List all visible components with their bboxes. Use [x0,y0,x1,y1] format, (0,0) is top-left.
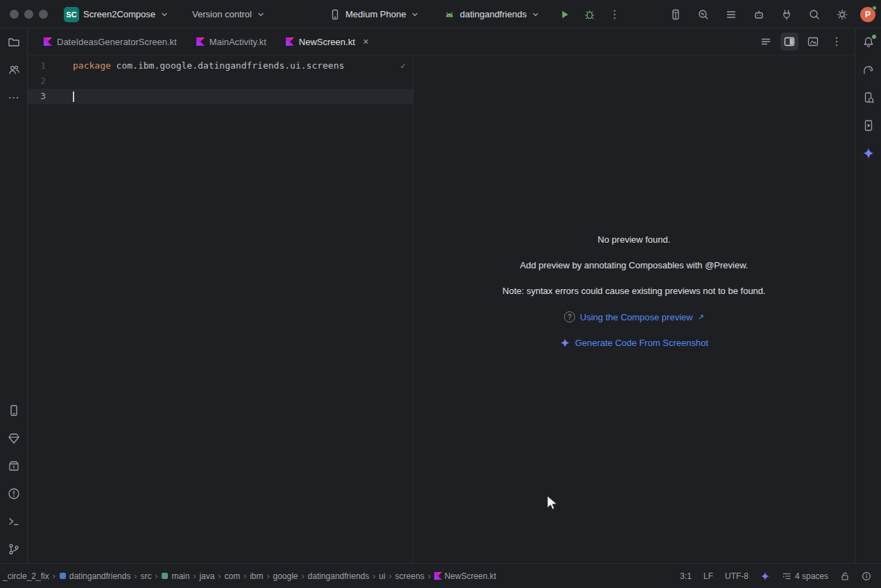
more-actions-button[interactable]: ⋮ [605,5,624,24]
breadcrumb-item[interactable]: datingandfriends [59,571,131,581]
debug-button[interactable] [580,5,599,24]
presence-dot [872,6,877,10]
tab-options-button[interactable]: ⋮ [828,33,846,51]
version-control-menu[interactable]: Version control [192,0,266,28]
alert-circle-icon [7,487,21,501]
external-link-icon: ↗ [698,313,704,322]
android-studio-window: SC Screen2Compose Version control Medium… [0,0,881,588]
code-token: com.ibm.google.datingandfriends.ui.scree… [111,60,345,71]
build-variants-tool-button[interactable] [0,424,28,452]
readonly-toggle[interactable] [840,571,850,581]
user-avatar[interactable]: P [860,7,875,22]
gradle-tool-button[interactable] [855,56,881,84]
breadcrumb-item[interactable]: google [273,571,298,581]
android-icon [443,8,456,21]
encoding-widget[interactable]: UTF-8 [725,571,749,581]
plugins-button[interactable] [777,5,796,24]
breadcrumb-item[interactable]: ibm [250,571,263,581]
build-tool-button[interactable] [0,452,28,480]
module-icon [59,572,67,580]
device-explorer-tool-button[interactable] [855,84,881,112]
gemini-status-button[interactable] [760,571,770,581]
maximize-window-button[interactable] [39,10,48,19]
cursor-position-widget[interactable]: 3:1 [680,571,692,581]
search-icon [808,8,821,21]
breadcrumb-item[interactable]: java [199,571,214,581]
code-editor[interactable]: 1 package com.ibm.google.datingandfriend… [28,55,413,563]
breadcrumb-item[interactable]: _circle_2_fix [3,571,49,581]
robot-icon [753,8,765,21]
breadcrumb-item[interactable]: src [140,571,151,581]
breadcrumb-item[interactable]: main [161,571,189,581]
gem-icon [7,431,21,445]
ai-assistant-button[interactable] [749,5,769,24]
terminal-tool-button[interactable] [0,508,28,535]
indent-widget[interactable]: 4 spaces [782,571,828,581]
minimize-window-button[interactable] [24,10,33,19]
problems-tool-button[interactable] [0,480,28,508]
more-tool-windows-button[interactable]: ⋯ [0,84,28,112]
tab-mainactivity[interactable]: MainActivity.kt [187,28,276,55]
line-separator-widget[interactable]: LF [703,571,713,581]
compose-preview-help-link[interactable]: ? Using the Compose preview ↗ [564,311,704,322]
tab-label: DateIdeasGeneratorScreen.kt [57,37,177,47]
running-devices-tool-button[interactable] [855,112,881,139]
unlock-icon [840,571,850,581]
chevron-down-icon [531,10,540,19]
gemini-tool-button[interactable] [855,139,881,167]
bug-icon [583,8,596,21]
line-number[interactable]: 2 [28,74,46,89]
titlebar-tools: P [666,0,875,28]
titlebar: SC Screen2Compose Version control Medium… [0,0,881,28]
design-view-button[interactable] [804,33,822,51]
breadcrumb-separator-icon: › [218,571,221,581]
tab-newscreen[interactable]: NewScreen.kt ✕ [276,28,379,55]
tab-label: NewScreen.kt [299,37,355,47]
tool-windows-button[interactable] [721,5,741,24]
run-configuration-selector[interactable]: datingandfriends [443,0,540,28]
code-view-button[interactable] [757,33,775,51]
gradle-elephant-icon [862,63,875,77]
breadcrumb-item[interactable]: NewScreen.kt [434,571,497,581]
avatar-initial: P [865,10,871,19]
kotlin-file-icon [434,572,442,580]
layout-inspector-button[interactable] [666,5,685,24]
ide-status-button[interactable] [862,571,871,581]
device-manager-tool-button[interactable] [0,397,28,424]
run-button[interactable] [555,5,574,24]
notifications-tool-button[interactable] [855,28,881,56]
list-icon [725,8,737,21]
device-selector[interactable]: Medium Phone [329,0,420,28]
code-view-icon [760,35,772,48]
breadcrumb-separator-icon: › [155,571,157,581]
line-number[interactable]: 3 [28,89,46,104]
breadcrumb-item[interactable]: datingandfriends [308,571,370,581]
project-selector[interactable]: Screen2Compose [83,0,169,28]
status-bar: _circle_2_fix › datingandfriends › src ›… [0,563,881,588]
profiler-button[interactable] [694,5,713,24]
status-widgets: 3:1 LF UTF-8 4 spaces [680,571,871,581]
inspections-check-icon[interactable]: ✓ [400,60,406,71]
settings-button[interactable] [832,5,852,24]
tab-dateideasgeneratorscreen[interactable]: DateIdeasGeneratorScreen.kt [34,28,187,55]
help-icon: ? [564,311,575,322]
version-control-tool-button[interactable] [0,535,28,563]
git-branch-icon [7,542,21,556]
breadcrumb-item[interactable]: screens [395,571,425,581]
split-view-button[interactable] [780,33,798,51]
search-everywhere-button[interactable] [805,5,824,24]
close-window-button[interactable] [10,10,19,19]
project-badge: SC [64,7,79,22]
preview-empty-state: No preview found. Add preview by annotat… [413,234,855,348]
line-number[interactable]: 1 [28,58,46,74]
breadcrumb-item[interactable]: com [224,571,240,581]
breadcrumb-item[interactable]: ui [379,571,385,581]
close-tab-icon[interactable]: ✕ [363,37,369,46]
generate-code-link[interactable]: Generate Code From Screenshot [560,338,708,348]
resource-manager-tool-button[interactable] [0,56,28,84]
code-text: package com.ibm.google.datingandfriends.… [46,58,344,74]
breadcrumb-separator-icon: › [193,571,196,581]
chevron-down-icon [160,10,169,19]
generate-link-label: Generate Code From Screenshot [575,338,708,348]
project-tool-button[interactable] [0,28,28,56]
